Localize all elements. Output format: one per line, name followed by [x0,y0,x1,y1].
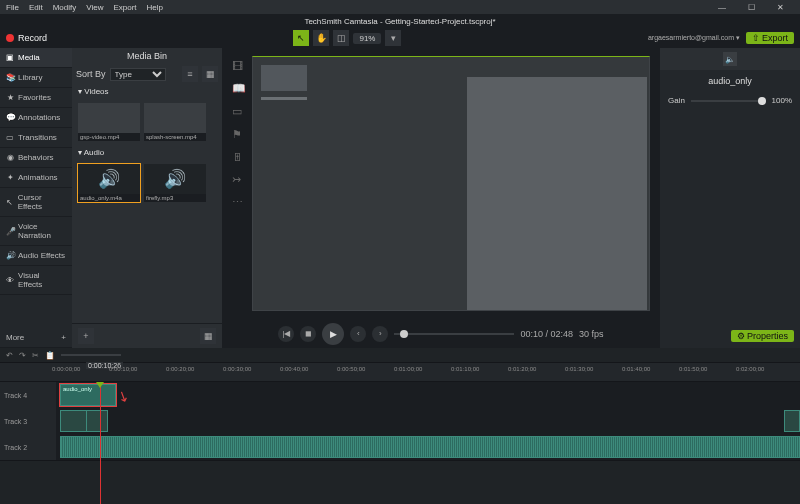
tool-zoom-dropdown-icon[interactable]: ▾ [385,30,401,46]
strip-rect-icon[interactable]: ▭ [232,105,246,118]
ruler-tick: 0:00:20;00 [166,366,194,372]
sidebar-tab-cursor-effects[interactable]: ↖Cursor Effects [0,188,72,217]
media-thumb-audio-1[interactable]: 🔊audio_only.m4a [78,164,140,202]
canvas-area: 🎞 📖 ▭ ⚑ 🎚 ↣ ⋯ |◀ ◼ ▶ ‹ › 00:10 / 02:48 3… [222,48,660,348]
redo-button[interactable]: ↷ [19,351,26,360]
window-maximize-icon[interactable]: ☐ [748,3,755,12]
ruler-tick: 0:00:00;00 [52,366,80,372]
menu-view[interactable]: View [86,3,103,12]
ruler-tick: 0:01:10;00 [451,366,479,372]
ruler-tick: 0:00:40;00 [280,366,308,372]
properties-button[interactable]: ⚙Properties [731,330,794,342]
media-icon: ▣ [6,53,14,62]
media-thumb-video-2[interactable]: splash-screen.mp4 [144,103,206,141]
timeline-ruler[interactable]: 0:00:10;26 0:00:00;000:00:10;000:00:20;0… [0,363,800,382]
media-bin: Media Bin Sort By Type ≡ ▦ ▾ Videos gsp-… [72,48,222,348]
window-close-icon[interactable]: ✕ [777,3,784,12]
strip-library-icon[interactable]: 📖 [232,82,246,95]
play-button[interactable]: ▶ [322,323,344,345]
prev-frame-button[interactable]: |◀ [278,326,294,342]
library-icon: 📚 [6,73,14,82]
tool-cursor-icon[interactable]: ↖ [293,30,309,46]
sidebar-tab-behaviors[interactable]: ◉Behaviors [0,148,72,168]
speaker-icon: 🔊 [78,164,140,194]
ruler-tick: 0:01:00;00 [394,366,422,372]
sidebar-tab-voice-narration[interactable]: 🎤Voice Narration [0,217,72,246]
step-fwd-button[interactable]: › [372,326,388,342]
clip-track3-c[interactable] [784,410,800,432]
timeline: ↶ ↷ ✂ 📋 0:00:10;26 0:00:00;000:00:10;000… [0,348,800,504]
tool-sidebar: ▣Media 📚Library ★Favorites 💬Annotations … [0,48,72,348]
timeline-zoom-slider[interactable] [61,354,121,356]
strip-film-icon[interactable]: 🎞 [232,60,246,72]
playhead[interactable] [100,382,101,504]
account-menu[interactable]: argaesarmierto@gmail.com ▾ [648,34,740,42]
sidebar-tab-transitions[interactable]: ▭Transitions [0,128,72,148]
props-volume-icon[interactable]: 🔈 [723,52,737,66]
sort-asc-icon[interactable]: ≡ [182,66,198,82]
sidebar-tab-favorites[interactable]: ★Favorites [0,88,72,108]
strip-sliders-icon[interactable]: 🎚 [232,151,246,163]
transitions-icon: ▭ [6,133,14,142]
playback-fps: 30 fps [579,329,604,339]
upload-icon: ⇧ [752,33,760,43]
media-thumb-audio-2[interactable]: 🔊firefly.mp3 [144,164,206,202]
track-label-4[interactable]: Track 4 [0,382,56,408]
clip-track3-b[interactable] [86,410,108,432]
sidebar-tab-animations[interactable]: ✦Animations [0,168,72,188]
cut-button[interactable]: ✂ [32,351,39,360]
grid-view-icon[interactable]: ▦ [202,66,218,82]
zoom-level[interactable]: 91% [353,33,381,44]
add-media-icon[interactable]: + [78,328,94,344]
track-label-3[interactable]: Track 3 [0,408,56,434]
sidebar-tab-annotations[interactable]: 💬Annotations [0,108,72,128]
bin-grid-icon[interactable]: ▦ [200,328,216,344]
category-videos[interactable]: ▾ Videos [72,84,222,99]
track-label-2[interactable]: Track 2 [0,434,56,460]
strip-arrow-icon[interactable]: ↣ [232,173,246,186]
paste-button[interactable]: 📋 [45,351,55,360]
ruler-tick: 0:01:40;00 [622,366,650,372]
scrub-knob[interactable] [400,330,408,338]
playback-bar: |◀ ◼ ▶ ‹ › 00:10 / 02:48 30 fps [222,319,660,348]
plus-icon[interactable]: + [61,333,66,342]
menu-edit[interactable]: Edit [29,3,43,12]
canvas-thumbnail [261,65,307,91]
menu-export[interactable]: Export [113,3,136,12]
window-minimize-icon[interactable]: — [718,3,726,12]
record-icon [6,34,14,42]
undo-button[interactable]: ↶ [6,351,13,360]
gear-icon: ⚙ [737,331,745,341]
record-button[interactable]: Record [6,33,47,43]
gain-slider[interactable] [691,100,766,102]
menu-help[interactable]: Help [147,3,163,12]
menubar: File Edit Modify View Export Help — ☐ ✕ [0,0,800,14]
preview-canvas[interactable] [252,56,650,311]
clip-audio-only[interactable]: audio_only [60,384,116,406]
clip-track2-wave[interactable] [60,436,800,458]
ruler-tick: 0:00:50;00 [337,366,365,372]
cursor-icon: ↖ [6,198,14,207]
gain-knob[interactable] [758,97,766,105]
menu-file[interactable]: File [6,3,19,12]
tool-hand-icon[interactable]: ✋ [313,30,329,46]
sortby-label: Sort By [76,69,106,79]
media-thumb-video-1[interactable]: gsp-video.mp4 [78,103,140,141]
strip-flag-icon[interactable]: ⚑ [232,128,246,141]
record-label: Record [18,33,47,43]
strip-more-icon[interactable]: ⋯ [232,196,246,209]
menu-modify[interactable]: Modify [53,3,77,12]
export-button[interactable]: ⇧Export [746,32,794,44]
sidebar-more[interactable]: More+ [0,328,72,348]
stop-button[interactable]: ◼ [300,326,316,342]
sidebar-tab-library[interactable]: 📚Library [0,68,72,88]
sidebar-tab-visual-effects[interactable]: 👁Visual Effects [0,266,72,295]
step-back-button[interactable]: ‹ [350,326,366,342]
category-audio[interactable]: ▾ Audio [72,145,222,160]
sidebar-tab-audio-effects[interactable]: 🔊Audio Effects [0,246,72,266]
sort-type-select[interactable]: Type [110,68,166,81]
sidebar-tab-media[interactable]: ▣Media [0,48,72,68]
tool-crop-icon[interactable]: ◫ [333,30,349,46]
eye-icon: 👁 [6,276,14,285]
star-icon: ★ [6,93,14,102]
